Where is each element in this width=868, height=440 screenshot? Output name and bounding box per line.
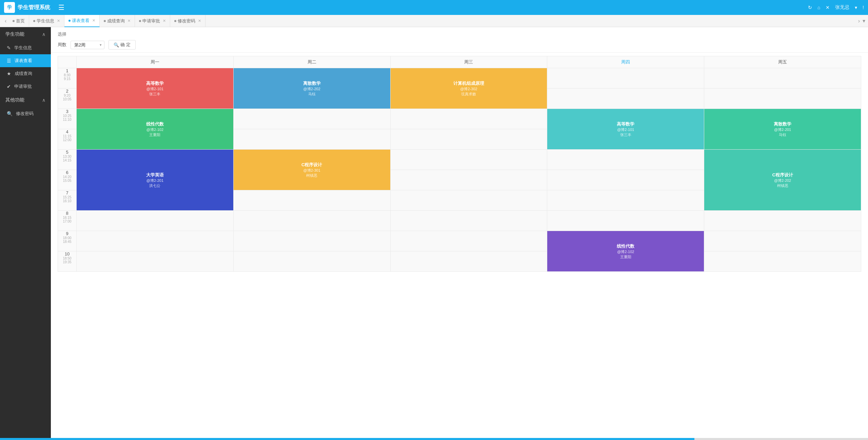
home-icon[interactable]: ⌂: [817, 5, 820, 10]
user-label[interactable]: 张无忌: [835, 4, 849, 11]
sidebar-item-student-info-label: 学生信息: [14, 45, 32, 51]
header-wed: 周三: [390, 56, 547, 68]
schedule-row-10: 10 18:50 19:35: [58, 251, 861, 272]
empty-wed-6: [390, 170, 547, 190]
select-label: 选择: [58, 31, 861, 37]
schedule-row-9: 9 18:00 18:45 线性代数 @博2-102 王重阳: [58, 231, 861, 251]
schedule-row-8: 8 16:15 17:00: [58, 211, 861, 231]
course-block[interactable]: 线性代数 @博2-102 王重阳: [77, 109, 233, 149]
course-block[interactable]: 离散数学 @博2-202 马钰: [234, 68, 390, 109]
tab-student-info-label: 学生信息: [37, 18, 54, 24]
tab-prev-btn[interactable]: ‹: [3, 18, 8, 24]
empty-tue-7: [233, 190, 390, 211]
sidebar-item-approval[interactable]: ✔ 申请审批: [0, 80, 51, 93]
schedule-icon: ☰: [7, 58, 11, 63]
tabs-container: 首页 学生信息 ✕ 课表查看 ✕ 成绩查询 ✕ 申请审批 ✕ 修改密码 ✕: [8, 15, 858, 27]
tab-grades-close[interactable]: ✕: [127, 19, 131, 23]
tab-schedule[interactable]: 课表查看 ✕: [64, 15, 100, 27]
tab-home-dot: [13, 20, 15, 22]
course-cell-wed-1[interactable]: 计算机组成原理 @博2-302 弦真求败: [390, 68, 547, 109]
empty-thu-6: [547, 170, 704, 190]
time-cell-10: 10 18:50 19:35: [58, 251, 77, 272]
course-block[interactable]: 高等数学 @博2-101 张三丰: [547, 109, 704, 149]
sidebar-item-password[interactable]: 🔍 修改密码: [0, 107, 51, 120]
tab-student-info-close[interactable]: ✕: [57, 19, 60, 23]
course-cell-tue-5[interactable]: C程序设计 @博2-301 柯镇恶: [233, 150, 390, 190]
empty-wed-3: [390, 109, 547, 129]
tab-approval-label: 申请审批: [142, 18, 160, 24]
header-mon: 周一: [77, 56, 234, 68]
tab-password-close[interactable]: ✕: [198, 19, 201, 23]
schedule-row-5: 5 13:30 14:15 大学英语 @博2-201 洪七公: [58, 150, 861, 170]
tab-schedule-close[interactable]: ✕: [92, 18, 95, 23]
course-block[interactable]: C程序设计 @博2-202 柯镇恶: [704, 150, 861, 210]
empty-tue-10: [233, 251, 390, 272]
tab-password-label: 修改密码: [178, 18, 195, 24]
tab-password[interactable]: 修改密码 ✕: [170, 15, 205, 27]
sidebar-item-student-info[interactable]: ✎ 学生信息: [0, 41, 51, 54]
tab-approval-dot: [139, 20, 141, 22]
course-cell-mon-5[interactable]: 大学英语 @博2-201 洪七公: [77, 150, 234, 211]
sidebar-item-schedule[interactable]: ☰ 课表查看: [0, 54, 51, 67]
tab-menu-btn[interactable]: ▾: [863, 18, 865, 24]
tab-approval[interactable]: 申请审批 ✕: [135, 15, 170, 27]
header-tue: 周二: [233, 56, 390, 68]
time-cell-6: 6 14:20 15:05: [58, 170, 77, 190]
search-confirm-button[interactable]: 🔍 确 定: [108, 40, 136, 50]
time-cell-7: 7 15:25 16:10: [58, 190, 77, 211]
info-icon[interactable]: !: [863, 5, 864, 10]
course-cell-thu-9[interactable]: 线性代数 @博2-102 王重阳: [547, 231, 704, 272]
empty-fri-8: [704, 211, 861, 231]
search-icon: 🔍: [7, 111, 13, 116]
tab-grades-dot: [104, 20, 106, 22]
sidebar-item-grades[interactable]: ★ 成绩查询: [0, 67, 51, 80]
close-icon[interactable]: ✕: [826, 5, 830, 10]
sidebar-group-other-label: 其他功能: [5, 97, 24, 103]
empty-tue-8: [233, 211, 390, 231]
menu-toggle-icon[interactable]: ☰: [58, 3, 64, 12]
sidebar-group-other[interactable]: 其他功能 ∧: [0, 93, 51, 107]
course-cell-thu-3[interactable]: 高等数学 @博2-101 张三丰: [547, 109, 704, 150]
sidebar-item-schedule-label: 课表查看: [15, 58, 32, 64]
sidebar-item-approval-label: 申请审批: [14, 83, 32, 90]
tab-password-dot: [174, 20, 176, 22]
app-title: 学生管理系统: [18, 4, 50, 11]
sidebar-group-student[interactable]: 学生功能 ∧: [0, 27, 51, 41]
course-cell-mon-1[interactable]: 高等数学 @博2-101 张三丰: [77, 68, 234, 109]
time-cell-1: 1 8:30 9:15: [58, 68, 77, 89]
week-select[interactable]: 第1周 第2周 第3周 第4周 第5周: [71, 41, 104, 49]
week-select-wrap: 第1周 第2周 第3周 第4周 第5周: [71, 41, 104, 49]
course-block[interactable]: 线性代数 @博2-102 王重阳: [547, 231, 704, 271]
empty-thu-7: [547, 190, 704, 211]
time-cell-4: 4 11:15 12:00: [58, 129, 77, 150]
course-cell-mon-3[interactable]: 线性代数 @博2-102 王重阳: [77, 109, 234, 150]
tab-approval-close[interactable]: ✕: [163, 19, 166, 23]
empty-mon-9: [77, 231, 234, 251]
empty-mon-10: [77, 251, 234, 272]
course-block[interactable]: C程序设计 @博2-301 柯镇恶: [234, 150, 390, 190]
course-cell-tue-1[interactable]: 离散数学 @博2-202 马钰: [233, 68, 390, 109]
content-area: 选择 周数 第1周 第2周 第3周 第4周 第5周 🔍 确 定: [51, 27, 868, 438]
refresh-icon[interactable]: ↻: [808, 5, 812, 10]
empty-wed-10: [390, 251, 547, 272]
user-dropdown-icon[interactable]: ▾: [855, 5, 857, 10]
course-cell-fri-3[interactable]: 离散数学 @博2-201 马钰: [704, 109, 861, 150]
search-confirm-label: 确 定: [120, 42, 131, 48]
course-block[interactable]: 大学英语 @博2-201 洪七公: [77, 150, 233, 210]
empty-tue-4: [233, 129, 390, 150]
course-block[interactable]: 高等数学 @博2-101 张三丰: [77, 68, 233, 109]
course-block[interactable]: 计算机组成原理 @博2-302 弦真求败: [391, 68, 547, 109]
logo-icon: 学: [4, 2, 15, 13]
tab-next-btn[interactable]: ›: [858, 18, 860, 24]
course-block[interactable]: 离散数学 @博2-201 马钰: [704, 109, 861, 149]
select-row: 周数 第1周 第2周 第3周 第4周 第5周 🔍 确 定: [58, 40, 861, 50]
tab-home[interactable]: 首页: [8, 15, 29, 27]
course-cell-fri-5[interactable]: C程序设计 @博2-202 柯镇恶: [704, 150, 861, 211]
header-fri: 周五: [704, 56, 861, 68]
tab-student-info[interactable]: 学生信息 ✕: [29, 15, 64, 27]
week-field-label: 周数: [58, 42, 66, 48]
empty-fri-2: [704, 89, 861, 109]
time-cell-2: 2 9:20 10:05: [58, 89, 77, 109]
empty-tue-9: [233, 231, 390, 251]
tab-grades[interactable]: 成绩查询 ✕: [100, 15, 135, 27]
